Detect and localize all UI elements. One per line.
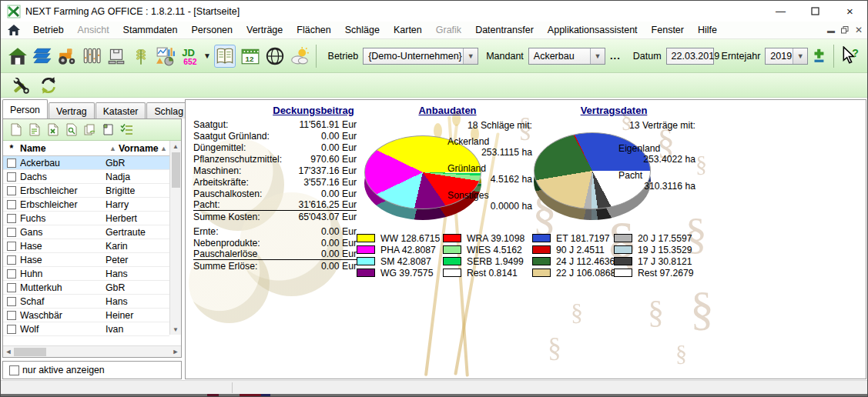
row-checkbox[interactable] [7, 172, 16, 182]
erntejahr-select[interactable]: 2019 ▼ [765, 48, 808, 65]
menu-vertraege[interactable]: Verträge [240, 22, 290, 38]
header-star[interactable]: * [3, 143, 20, 154]
options-checklist-icon[interactable] [117, 122, 136, 138]
row-checkbox[interactable] [7, 186, 16, 195]
menu-fenster[interactable]: Fenster [645, 22, 691, 38]
home-menu-icon[interactable] [8, 25, 20, 35]
row-checkbox[interactable] [7, 200, 16, 209]
silo-grain-icon[interactable] [82, 45, 102, 68]
table-row[interactable]: DachsNadja [3, 170, 169, 184]
view-record-icon[interactable] [62, 122, 80, 138]
active-only-checkbox[interactable] [9, 365, 19, 375]
menu-flaechen[interactable]: Flächen [290, 22, 337, 38]
pallet-box-icon[interactable] [106, 45, 126, 68]
startpage-book-icon[interactable] [214, 45, 236, 68]
tractor-icon[interactable] [57, 45, 77, 68]
more-options-button[interactable]: ... [610, 50, 621, 62]
add-year-icon[interactable] [810, 45, 827, 68]
row-checkbox[interactable] [7, 311, 16, 320]
table-row[interactable]: ErbschleicherBrigitte [3, 184, 169, 198]
legend-item: 17 J 30.8121 [614, 255, 694, 267]
table-row[interactable]: GansGertraute [3, 225, 169, 239]
row-checkbox[interactable] [7, 325, 16, 334]
fields-layers-icon[interactable] [32, 45, 52, 68]
mdi-restore-icon[interactable] [840, 25, 850, 35]
wheat-icon[interactable] [131, 45, 151, 68]
db-value: 0.00 Eur [321, 226, 357, 237]
table-row[interactable]: FuchsHerbert [3, 212, 169, 225]
table-row[interactable]: HaseKarin [3, 239, 169, 253]
calendar-icon[interactable]: 12 [240, 45, 260, 68]
title-bar: NEXT Farming AG OFFICE : 1.8.2.11 - [Sta… [1, 1, 867, 22]
mandant-select[interactable]: Ackerbau ▼ [528, 48, 605, 65]
row-checkbox[interactable] [7, 214, 16, 223]
menu-personen[interactable]: Personen [184, 22, 240, 38]
jd652-icon[interactable]: JD652 [180, 45, 200, 68]
menu-karten[interactable]: Karten [387, 22, 429, 38]
maximize-button[interactable] [798, 1, 833, 22]
table-row[interactable]: WolfIvan [3, 322, 169, 336]
vertical-scrollbar[interactable]: ▲ ▼ [169, 141, 181, 335]
scroll-down-icon[interactable]: ▼ [173, 324, 179, 335]
row-checkbox[interactable] [7, 242, 16, 251]
globe-icon[interactable] [265, 45, 285, 68]
cell-name: Huhn [20, 269, 106, 279]
close-button[interactable]: × [833, 1, 867, 22]
table-row[interactable]: ErbschleicherHarry [3, 198, 169, 212]
table-row[interactable]: HasePeter [3, 253, 169, 267]
mandant-dropdown-icon[interactable]: ▼ [590, 48, 605, 64]
row-checkbox[interactable] [7, 158, 16, 168]
row-checkbox[interactable] [7, 228, 16, 237]
refresh-icon[interactable] [37, 74, 60, 97]
row-checkbox[interactable] [7, 297, 16, 306]
betrieb-dropdown-icon[interactable]: ▼ [463, 48, 478, 64]
table-row[interactable]: WaschbärHeiner [3, 309, 169, 322]
legend-item: WIES 4.5162 [443, 244, 524, 255]
row-checkbox[interactable] [7, 283, 16, 292]
legend-swatch [443, 234, 461, 242]
cell-name: Dachs [20, 172, 106, 182]
menu-schlaege[interactable]: Schläge [338, 22, 387, 38]
taskbar-edge [1, 394, 867, 397]
minimize-button[interactable]: — [763, 1, 798, 22]
scroll-right-icon[interactable]: ► [170, 348, 181, 355]
horizontal-scrollbar[interactable]: ◄ ► [3, 345, 181, 357]
betrieb-select[interactable]: {Demo-Unternehmen} ▼ [363, 48, 478, 65]
edit-record-icon[interactable] [25, 122, 43, 138]
duplicate-record-icon[interactable] [99, 122, 117, 138]
mdi-close-icon[interactable]: ✕ [853, 25, 864, 35]
table-row[interactable]: SchafHans [3, 295, 169, 309]
home-icon[interactable] [8, 45, 28, 68]
datum-field[interactable]: 22.03.2019 [666, 48, 714, 65]
table-row[interactable]: MutterkuhGbR [3, 281, 169, 295]
context-help-icon[interactable]: ? [840, 45, 860, 68]
tab-person[interactable]: Person [2, 99, 48, 118]
new-record-icon[interactable] [6, 122, 25, 138]
copy-record-icon[interactable] [80, 122, 99, 138]
statistics-icon[interactable] [156, 45, 176, 68]
header-vorname[interactable]: Vorname▲ [119, 143, 169, 154]
menu-hilfe[interactable]: Hilfe [691, 22, 724, 38]
table-row[interactable]: HuhnHans [3, 267, 169, 281]
scrollbar-thumb[interactable] [172, 152, 180, 188]
erntejahr-dropdown-icon[interactable]: ▼ [793, 48, 807, 64]
table-row[interactable]: AckerbauGbR [3, 156, 169, 170]
scrollbar-thumb-h[interactable] [14, 348, 46, 356]
menu-betrieb[interactable]: Betrieb [26, 22, 71, 38]
settings-tools-icon[interactable] [9, 74, 32, 97]
menu-stammdaten[interactable]: Stammdaten [116, 22, 185, 38]
weather-icon[interactable] [290, 45, 310, 68]
menu-datentransfer[interactable]: Datentransfer [468, 22, 541, 38]
mdi-minimize-icon[interactable]: ▬ [826, 25, 836, 35]
scroll-left-icon[interactable]: ◄ [3, 348, 14, 355]
header-name[interactable]: Name▲ [20, 143, 119, 154]
tab-kataster[interactable]: Kataster [96, 102, 146, 118]
row-checkbox[interactable] [7, 269, 16, 279]
scroll-up-icon[interactable]: ▲ [173, 141, 179, 152]
legend-label: WRA 39.1098 [467, 233, 524, 244]
delete-record-icon[interactable] [43, 122, 62, 138]
row-checkbox[interactable] [7, 255, 16, 265]
menu-applikationsassistent[interactable]: Applikationsassistent [541, 22, 645, 38]
jd-dropdown-arrow-icon[interactable]: ▼ [203, 52, 211, 60]
tab-vertrag[interactable]: Vertrag [49, 102, 95, 118]
